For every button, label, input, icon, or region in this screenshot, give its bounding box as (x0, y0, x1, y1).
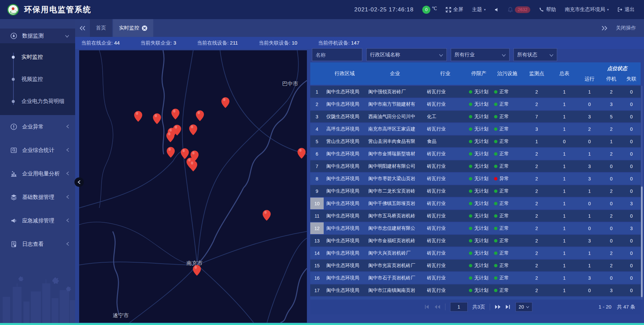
tabs-scroll-right-icon[interactable] (602, 26, 607, 31)
table-row[interactable]: 11阆中生态环境局阆中市五马桥页岩机砖砖瓦行业无计划正常21120 (310, 210, 641, 222)
column-header-行政区域: 行政区域 (324, 62, 366, 85)
cell-industry: 砖瓦行业 (424, 148, 466, 160)
page-number-input[interactable] (450, 302, 468, 312)
region-select[interactable]: 行政区域名称 (366, 48, 447, 61)
table-row[interactable]: 1阆中生态环境局阆中强锐页岩砖厂砖瓦行业无计划正常21120 (310, 86, 641, 98)
cell-stopped: 2 (600, 123, 622, 135)
map-pin-icon[interactable] (153, 113, 161, 124)
status-select[interactable]: 所有状态 (514, 48, 557, 61)
cell-facility-status: 正常 (491, 284, 523, 296)
notification-button[interactable]: 2632 (508, 6, 530, 13)
help-button[interactable]: 帮助 (539, 6, 556, 13)
cell-running: 1 (579, 148, 600, 160)
org-dropdown[interactable]: 南充市生态环境局 ▾ (565, 6, 609, 13)
prev-page-button[interactable] (434, 305, 440, 309)
table-scrollbar[interactable] (641, 86, 643, 300)
table-row[interactable]: 2阆中生态环境局阆中市南方节能建材有砖瓦行业无计划正常21030 (310, 98, 641, 110)
logout-button[interactable]: 退出 (618, 6, 635, 13)
table-row[interactable]: 8阆中生态环境局阆中市枣碧大梁山页岩砖瓦行业无计划异常21300 (310, 173, 641, 184)
cell-industry: 砖瓦行业 (424, 210, 466, 222)
fullscreen-button[interactable]: 全屏 (446, 6, 463, 13)
next-page-button[interactable] (495, 305, 501, 309)
cell-stopped: 0 (600, 198, 622, 209)
table-row[interactable]: 4高坪生态环境局南充市高坪区王家店建砖瓦行业无计划正常31220 (310, 123, 641, 135)
tabs-scroll-left-icon[interactable] (75, 19, 90, 37)
cell-facility-status: 正常 (491, 136, 523, 147)
cell-index: 3 (310, 111, 324, 122)
table-row[interactable]: 3仪陇生态环境局西南油气田分公司川中化工无计划正常71350 (310, 111, 641, 122)
column-header-index (310, 62, 324, 85)
cell-lost: 3 (622, 222, 641, 234)
cell-monitor-points: 2 (523, 272, 550, 284)
cell-stopped: 0 (600, 173, 622, 184)
cell-company: 阆中市忠信建材有限公 (366, 222, 424, 234)
sidebar-group-日志查看[interactable]: 日志查看 (0, 232, 75, 256)
cell-running: 1 (579, 86, 600, 98)
cell-monitor-points: 2 (523, 160, 550, 172)
map-pin-icon[interactable] (189, 161, 197, 171)
cell-bureau: 阆中生态环境局 (324, 210, 366, 222)
cell-bureau: 阆中生态环境局 (324, 173, 366, 184)
sidebar-collapse-button[interactable] (74, 177, 84, 187)
first-page-button[interactable] (424, 305, 430, 309)
tab-close-icon[interactable] (142, 25, 147, 31)
divider (445, 304, 445, 310)
table-row[interactable]: 15阆中生态环境局阆中市光富页岩机砖厂砖瓦行业无计划正常21120 (310, 260, 641, 271)
sidebar-group-label: 基础数据管理 (22, 194, 66, 201)
table-row[interactable]: 5营山生态环境局营山县润丰肉食品有限食品无计划正常10010 (310, 136, 641, 147)
page-size-select[interactable]: 20 (516, 302, 532, 312)
table-row[interactable]: 17阆中生态环境局阆中市江南镇阆南页岩砖瓦行业无计划正常21030 (310, 284, 641, 296)
tab-首页[interactable]: 首页 (90, 19, 112, 37)
last-page-button[interactable] (505, 305, 511, 309)
map-pin-icon[interactable] (134, 111, 142, 122)
status-dot-icon (469, 227, 472, 230)
sidebar-group-应急减排管理[interactable]: 应急减排管理 (0, 209, 75, 232)
cell-running: 0 (579, 297, 600, 300)
table-row[interactable]: 6阆中生态环境局阆中市金博瑞新型墙材砖瓦行业无计划正常21120 (310, 148, 641, 160)
sidebar-group-数据监测[interactable]: 数据监测 (0, 29, 75, 43)
cell-index: 9 (310, 185, 324, 197)
phone-icon (539, 7, 544, 12)
cell-total-meters: 1 (550, 272, 579, 284)
scrollbar-thumb[interactable] (641, 186, 643, 297)
map-pin-icon[interactable] (189, 124, 197, 135)
industry-select[interactable]: 所有行业 (451, 48, 509, 61)
name-search-input[interactable] (312, 48, 362, 61)
cell-running: 1 (579, 247, 600, 259)
map-pin-icon[interactable] (167, 147, 175, 158)
cell-lost: 0 (622, 148, 641, 160)
table-row[interactable]: 10阆中生态环境局阆中千佛镇五郎垭页岩砖瓦行业无计划正常21003 (310, 198, 641, 209)
map-panel[interactable]: 巴中市南充市遂宁市 (79, 50, 307, 323)
cell-monitor-points: 2 (523, 247, 550, 259)
mute-speaker-button[interactable] (494, 7, 499, 12)
theme-dropdown[interactable]: 主题 ▾ (472, 6, 486, 13)
sidebar-item-视频监控[interactable]: 视频监控 (0, 68, 75, 90)
sidebar-item-实时监控[interactable]: 实时监控 (0, 46, 75, 68)
app-header: 环保用电监管系统 2021-02-25 17:46:18 0 ℃ 全屏 主题 ▾… (0, 0, 644, 19)
stat-label: 当前失联企业: (141, 40, 172, 46)
cell-index: 1 (310, 86, 324, 98)
table-row[interactable]: 12阆中生态环境局阆中市忠信建材有限公砖瓦行业无计划正常21003 (310, 222, 641, 234)
table-row[interactable]: 9阆中生态环境局阆中市二龙长宝页岩砖砖瓦行业无计划正常21120 (310, 185, 641, 197)
sidebar-item-企业电力负荷明细[interactable]: 企业电力负荷明细 (0, 90, 75, 112)
table-row[interactable]: 16阆中生态环境局阆中市石子页岩机砖厂砖瓦行业无计划正常21300 (310, 272, 641, 284)
map-pin-icon[interactable] (193, 265, 201, 276)
table-row[interactable]: 13阆中生态环境局阆中市金福旺页岩机砖砖瓦行业无计划正常21300 (310, 235, 641, 247)
sidebar-group-企业异常[interactable]: 企业异常 (0, 115, 75, 139)
table-row[interactable]: 18南部生态环境局南部县双佛水泥有限公建材行业无计划正常60060 (310, 297, 641, 300)
map-pin-icon[interactable] (196, 110, 204, 121)
sidebar-group-企业用电量分析[interactable]: 企业用电量分析 (0, 162, 75, 185)
map-pin-icon[interactable] (298, 148, 306, 159)
cell-running: 2 (579, 123, 600, 135)
table-row[interactable]: 7阆中生态环境局阆中明阳建材有限公司砖瓦行业无计划正常21300 (310, 160, 641, 172)
tab-实时监控[interactable]: 实时监控 (113, 19, 153, 37)
map-pin-icon[interactable] (263, 210, 271, 221)
close-operations-button[interactable]: 关闭操作 (616, 25, 636, 31)
map-pin-icon[interactable] (221, 97, 229, 108)
sidebar-group-企业综合统计[interactable]: 企业综合统计 (0, 139, 75, 162)
table-row[interactable]: 14阆中生态环境局阆中大兴页岩机砖厂砖瓦行业无计划正常21120 (310, 247, 641, 259)
map-pin-icon[interactable] (171, 109, 179, 119)
sidebar-group-基础数据管理[interactable]: 基础数据管理 (0, 185, 75, 209)
cell-running: 0 (579, 284, 600, 296)
map-pin-icon[interactable] (166, 131, 174, 142)
